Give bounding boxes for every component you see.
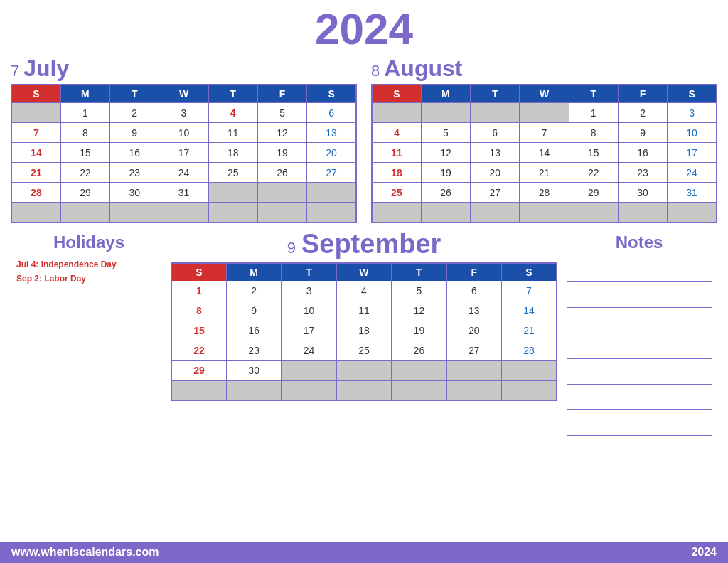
july-th-mon: M <box>60 85 109 103</box>
table-row <box>569 203 618 222</box>
table-row <box>336 360 391 380</box>
sep-th-sun: S <box>171 263 226 282</box>
table-row: 15 <box>569 143 618 163</box>
july-th-sat: S <box>307 85 356 103</box>
note-line <box>567 387 712 410</box>
table-row <box>392 380 446 400</box>
sep-th-sat: S <box>502 263 557 282</box>
table-row: 28 <box>520 183 569 203</box>
sep-header: 9 September <box>171 229 557 259</box>
table-row: 31 <box>159 183 208 203</box>
table-row: 24 <box>159 163 208 183</box>
july-th-wed: W <box>159 85 208 103</box>
table-row <box>471 103 520 123</box>
table-row: 29 <box>569 183 618 203</box>
table-row <box>502 360 557 380</box>
table-row <box>11 203 60 222</box>
table-row: 25 <box>336 341 391 360</box>
table-row <box>372 103 421 123</box>
table-row: 4 <box>208 103 257 123</box>
note-line <box>567 311 712 333</box>
table-row: 25 <box>372 183 421 203</box>
table-row: 22 <box>569 163 618 183</box>
note-line <box>567 259 712 282</box>
table-row: 13 <box>471 143 520 163</box>
table-row: 11 <box>208 123 257 143</box>
table-row: 27 <box>446 341 501 360</box>
sep-th-thu: T <box>392 263 446 282</box>
aug-th-sun: S <box>372 85 421 103</box>
year-title: 2024 <box>315 4 413 53</box>
table-row: 4 <box>372 123 421 143</box>
table-row: 31 <box>668 183 717 203</box>
table-row: 23 <box>110 163 159 183</box>
table-row: 29 <box>60 183 109 203</box>
table-row <box>208 203 257 222</box>
table-row: 23 <box>226 341 281 360</box>
table-row: 11 <box>336 301 391 321</box>
table-row: 10 <box>668 123 717 143</box>
table-row: 11 <box>372 143 421 163</box>
table-row <box>11 103 60 123</box>
table-row <box>159 203 208 222</box>
table-row: 8 <box>60 123 109 143</box>
table-row <box>282 380 336 400</box>
table-row: 9 <box>618 123 667 143</box>
table-row: 2 <box>226 281 281 301</box>
table-row: 26 <box>392 341 446 360</box>
table-row <box>446 380 501 400</box>
table-row: 4 <box>336 281 391 301</box>
table-row: 20 <box>446 321 501 341</box>
top-row: 7 July S M T W T F S 1234567891011121 <box>11 55 717 223</box>
table-row: 30 <box>110 183 159 203</box>
table-row: 20 <box>471 163 520 183</box>
aug-th-thu: T <box>569 85 618 103</box>
table-row: 16 <box>618 143 667 163</box>
table-row: 25 <box>208 163 257 183</box>
table-row <box>668 203 717 222</box>
july-th-sun: S <box>11 85 60 103</box>
list-item: Jul 4: Independence Day <box>16 259 161 269</box>
note-line <box>567 285 712 308</box>
table-row <box>257 183 306 203</box>
table-row: 21 <box>520 163 569 183</box>
july-header: 7 July <box>11 55 357 82</box>
table-row: 2 <box>110 103 159 123</box>
table-row <box>618 203 667 222</box>
table-row: 22 <box>171 341 226 360</box>
table-row: 19 <box>257 143 306 163</box>
table-row: 10 <box>159 123 208 143</box>
table-row: 8 <box>569 123 618 143</box>
table-row: 27 <box>307 163 356 183</box>
table-row <box>392 360 446 380</box>
table-row: 12 <box>392 301 446 321</box>
table-row: 3 <box>668 103 717 123</box>
table-row: 3 <box>282 281 336 301</box>
table-row: 18 <box>372 163 421 183</box>
july-th-fri: F <box>257 85 306 103</box>
table-row: 1 <box>171 281 226 301</box>
table-row: 18 <box>336 321 391 341</box>
table-row: 16 <box>110 143 159 163</box>
table-row: 9 <box>226 301 281 321</box>
august-table: S M T W T F S 12345678910111213141516171… <box>371 84 717 223</box>
july-th-tue: T <box>110 85 159 103</box>
table-row <box>520 103 569 123</box>
note-line <box>567 336 712 359</box>
table-row: 13 <box>307 123 356 143</box>
sep-table: S M T W T F S 12345678910111213141516171… <box>171 262 557 402</box>
table-row: 6 <box>446 281 501 301</box>
august-num: 8 <box>371 62 380 80</box>
note-line <box>567 413 712 436</box>
table-row: 29 <box>171 360 226 380</box>
table-row: 18 <box>208 143 257 163</box>
table-row: 28 <box>11 183 60 203</box>
footer-website: www.wheniscalendars.com <box>11 546 159 559</box>
table-row: 5 <box>257 103 306 123</box>
july-name: July <box>23 55 69 82</box>
table-row: 5 <box>392 281 446 301</box>
notes-lines <box>567 259 712 436</box>
table-row <box>421 203 470 222</box>
aug-th-fri: F <box>618 85 667 103</box>
table-row: 30 <box>226 360 281 380</box>
